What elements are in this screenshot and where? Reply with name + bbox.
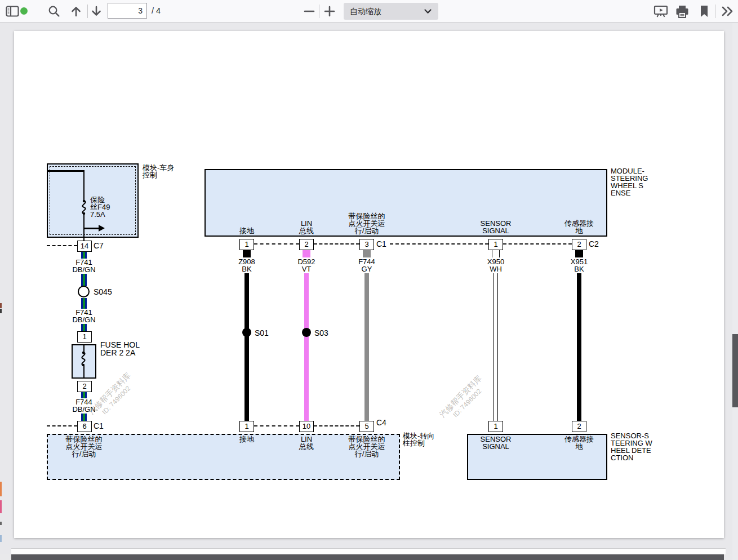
- vertical-scrollbar-thumb[interactable]: [732, 334, 738, 407]
- wire-color: DB/GN: [45, 266, 123, 274]
- connector-label: C1: [376, 241, 386, 248]
- wire-color: DB/GN: [45, 316, 123, 324]
- pin-box: 1: [239, 421, 254, 432]
- pin-function-label: 行/启动: [327, 227, 406, 235]
- minus-icon: [303, 5, 315, 17]
- toolbar-divider: [87, 5, 88, 18]
- page-number-input[interactable]: [108, 3, 147, 19]
- internal-wire: [47, 170, 84, 172]
- wire-d592-stub: [303, 250, 310, 257]
- fuse-holder-label: DER 2 2A: [100, 349, 135, 357]
- printer-icon: [675, 5, 690, 19]
- toolbar-divider: [715, 5, 715, 18]
- wire-x950-stub: [492, 250, 500, 257]
- pin-box: 1: [239, 239, 254, 250]
- presentation-icon: [653, 5, 668, 19]
- wire-f744-segment: [81, 392, 87, 398]
- horizontal-scrollbar[interactable]: [0, 554, 738, 560]
- arrow-up-icon: [70, 5, 82, 17]
- horizontal-scrollbar-thumb[interactable]: [11, 554, 724, 560]
- wire-z908-stub: [243, 250, 251, 257]
- zoom-out-button[interactable]: [303, 5, 315, 20]
- pdf-page-3: 保险 丝F49 7.5A 模块-车身 控制 14 C7 F741 DB/GN S…: [14, 31, 724, 538]
- toolbar-divider: [319, 5, 319, 18]
- splice-label: S03: [314, 330, 328, 337]
- splice-s01: [242, 328, 251, 337]
- pin-box: 2: [299, 239, 314, 250]
- internal-wire: [83, 366, 85, 377]
- connector-dash-line: [254, 243, 299, 245]
- page-edge-fragment: [0, 535, 2, 542]
- splice-s03: [302, 328, 311, 337]
- zoom-in-button[interactable]: [323, 5, 336, 20]
- wire-f741-segment: [81, 274, 87, 286]
- wire-d592-segment: [304, 273, 309, 421]
- module-name: ENSE: [611, 189, 630, 197]
- fuse-symbol: [77, 352, 90, 366]
- pin-function-label: 地: [540, 227, 619, 235]
- find-button[interactable]: [48, 5, 60, 20]
- pdf-viewer-area: 保险 丝F49 7.5A 模块-车身 控制 14 C7 F741 DB/GN S…: [0, 23, 738, 560]
- page-edge-fragment: [0, 309, 2, 313]
- zoom-mode-label: 自动缩放: [350, 7, 381, 17]
- splice-label: S045: [94, 288, 112, 296]
- arrow-down-icon: [90, 5, 103, 17]
- connector-dash-line: [254, 425, 299, 426]
- watermark-text: 汽修帮手资料库: [432, 367, 491, 426]
- splice-label: S01: [255, 330, 269, 337]
- pin-box: 1: [488, 239, 503, 250]
- wire-f744-gy-segment: [364, 273, 369, 421]
- wire-x951-segment: [577, 273, 581, 421]
- wire-x951-stub: [575, 250, 583, 257]
- wire-f741-segment: [81, 298, 87, 309]
- next-page-button[interactable]: [90, 5, 103, 20]
- pin-box: 3: [359, 239, 374, 250]
- connector-dash-line: [314, 243, 359, 245]
- previous-page-button[interactable]: [70, 5, 82, 20]
- internal-wire: [83, 170, 85, 201]
- wire-x950-segment: [494, 273, 498, 421]
- pin-box: 2: [572, 239, 586, 250]
- more-tools-button[interactable]: [721, 5, 735, 20]
- pin-box: 14: [77, 241, 92, 252]
- fuse-symbol: [77, 200, 91, 215]
- print-button[interactable]: [675, 5, 690, 21]
- connector-dash-line: [47, 245, 77, 246]
- connector-dash-line: [314, 425, 359, 426]
- wire-color: WH: [456, 265, 535, 273]
- vertical-scrollbar[interactable]: [732, 23, 738, 560]
- plus-icon: [323, 5, 336, 17]
- pin-box: 1: [488, 421, 503, 432]
- search-icon: [48, 5, 60, 17]
- pin-box: 2: [77, 381, 92, 392]
- pin-function-label: 地: [540, 443, 619, 451]
- pin-box: 5: [359, 421, 374, 432]
- chevron-down-icon: [424, 9, 432, 14]
- double-chevron-right-icon: [721, 5, 735, 17]
- page-edge-fragment: [0, 482, 2, 496]
- page-edge-fragment: [0, 303, 2, 308]
- bookmark-button[interactable]: [699, 5, 710, 21]
- page-count-label: / 4: [152, 6, 161, 15]
- sidebar-icon: [6, 6, 19, 17]
- module-name: 控制: [143, 171, 157, 179]
- presentation-mode-button[interactable]: [653, 5, 668, 21]
- pin-box: 10: [299, 421, 314, 432]
- wire-color: GY: [327, 265, 406, 273]
- pin-function-label: SIGNAL: [456, 227, 535, 235]
- pin-function-label: 行/启动: [45, 450, 123, 458]
- wire-color: BK: [540, 265, 619, 273]
- arrow-right-icon: [99, 225, 105, 232]
- connector-label: C4: [376, 419, 386, 427]
- zoom-mode-select[interactable]: 自动缩放: [344, 3, 438, 20]
- pin-box: 2: [572, 421, 586, 432]
- pin-box: 1: [77, 331, 92, 343]
- splice-s045: [78, 286, 90, 297]
- pin-function-label: SIGNAL: [456, 443, 535, 451]
- internal-wire: [83, 344, 85, 352]
- toggle-sidebar-button[interactable]: [6, 6, 23, 18]
- pin-function-label: 行/启动: [327, 450, 406, 458]
- page-edge-fragment: [0, 500, 2, 513]
- connector-dash-line: [390, 243, 488, 245]
- connector-dash-line: [47, 425, 77, 426]
